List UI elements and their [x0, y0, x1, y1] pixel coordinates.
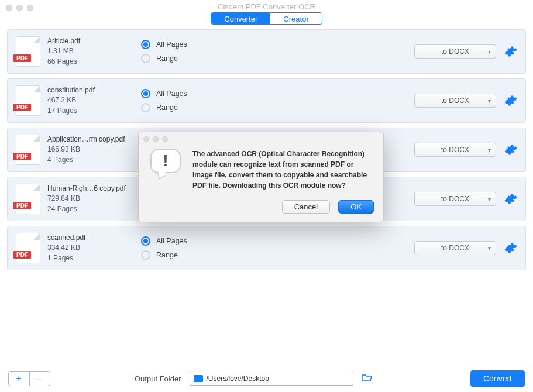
cancel-button[interactable]: Cancel — [282, 200, 330, 214]
remove-button[interactable]: – — [29, 372, 50, 386]
table-row: PDFscanned.pdf334.42 KB1 PagesAll PagesR… — [7, 226, 526, 270]
pdf-file-icon: PDF — [16, 184, 40, 214]
app-title: Cisdem PDF Converter OCR — [218, 2, 315, 11]
bottom-bar: + – Output Folder /Users/love/Desktop Co… — [0, 365, 533, 392]
output-format-dropdown[interactable]: to DOCX — [414, 44, 496, 59]
page-range-group: All PagesRange — [141, 40, 187, 63]
radio-icon — [141, 40, 150, 49]
file-meta: scanned.pdf334.42 KB1 Pages — [47, 233, 140, 263]
radio-label: All Pages — [156, 237, 187, 245]
radio-icon — [141, 89, 150, 98]
radio-icon — [141, 250, 150, 260]
pdf-badge: PDF — [13, 202, 31, 209]
file-pages: 17 Pages — [47, 106, 140, 116]
open-folder-icon[interactable] — [362, 373, 372, 384]
ok-button[interactable]: OK — [338, 200, 374, 214]
file-size: 467.2 KB — [47, 95, 140, 105]
pdf-file-icon: PDF — [16, 233, 40, 263]
radio-icon — [141, 103, 150, 112]
output-folder-path: /Users/love/Desktop — [207, 374, 269, 383]
radio-range[interactable]: Range — [141, 54, 187, 63]
output-folder-field[interactable]: /Users/love/Desktop — [190, 372, 353, 386]
gear-icon[interactable] — [504, 45, 517, 58]
file-pages: 24 Pages — [47, 204, 140, 214]
radio-all-pages[interactable]: All Pages — [141, 236, 187, 246]
file-pages: 4 Pages — [47, 155, 140, 165]
file-name: Application…rm copy.pdf — [47, 135, 140, 145]
alert-icon: ! — [150, 149, 182, 177]
radio-range[interactable]: Range — [141, 103, 187, 112]
page-range-group: All PagesRange — [141, 236, 187, 260]
file-meta: Ariticle.pdf1.31 MB66 Pages — [47, 36, 140, 67]
file-pages: 66 Pages — [47, 57, 140, 67]
tab-converter[interactable]: Converter — [211, 13, 270, 24]
tab-creator[interactable]: Creator — [270, 13, 321, 24]
convert-button[interactable]: Convert — [470, 370, 525, 387]
file-size: 729.84 KB — [47, 194, 140, 204]
dialog-message: The advanced OCR (Optical Character Reco… — [192, 149, 372, 191]
pdf-badge: PDF — [13, 54, 31, 62]
radio-icon — [141, 54, 150, 63]
radio-all-pages[interactable]: All Pages — [141, 89, 187, 98]
window-controls — [6, 5, 33, 11]
radio-range[interactable]: Range — [141, 250, 187, 260]
page-range-group: All PagesRange — [141, 89, 187, 112]
ocr-download-dialog: ! The advanced OCR (Optical Character Re… — [138, 132, 384, 222]
output-folder-label: Output Folder — [135, 374, 181, 383]
file-meta: Human-Righ…6 copy.pdf729.84 KB24 Pages — [47, 184, 140, 214]
radio-label: All Pages — [156, 40, 187, 49]
file-pages: 1 Pages — [47, 253, 140, 263]
output-format-dropdown[interactable]: to DOCX — [414, 241, 496, 255]
gear-icon[interactable] — [504, 143, 517, 156]
mode-tabs: Converter Creator — [211, 12, 322, 25]
radio-icon — [141, 236, 150, 246]
minimize-icon[interactable] — [16, 5, 23, 11]
output-format-dropdown[interactable]: to DOCX — [414, 94, 496, 108]
file-size: 1.31 MB — [47, 46, 140, 56]
pdf-badge: PDF — [13, 104, 31, 111]
titlebar: Cisdem PDF Converter OCR Converter Creat… — [0, 0, 533, 25]
close-icon[interactable] — [143, 136, 149, 142]
table-row: PDFAriticle.pdf1.31 MB66 PagesAll PagesR… — [7, 29, 526, 74]
file-size: 166.93 KB — [47, 145, 140, 154]
radio-all-pages[interactable]: All Pages — [141, 40, 187, 49]
minimize-icon[interactable] — [153, 136, 159, 142]
gear-icon[interactable] — [504, 192, 517, 205]
zoom-icon[interactable] — [162, 136, 168, 142]
file-meta: constitution.pdf467.2 KB17 Pages — [47, 85, 140, 116]
radio-label: Range — [156, 251, 178, 259]
close-icon[interactable] — [6, 5, 12, 11]
zoom-icon[interactable] — [27, 5, 33, 11]
pdf-file-icon: PDF — [16, 36, 40, 67]
radio-label: Range — [156, 54, 178, 63]
dialog-window-controls — [139, 132, 383, 146]
pdf-file-icon: PDF — [16, 135, 40, 165]
add-button[interactable]: + — [9, 372, 29, 386]
file-name: Ariticle.pdf — [47, 36, 140, 46]
folder-icon — [194, 375, 203, 382]
file-name: scanned.pdf — [47, 233, 140, 243]
file-name: Human-Righ…6 copy.pdf — [47, 184, 140, 194]
pdf-badge: PDF — [13, 153, 31, 160]
pdf-badge: PDF — [13, 251, 31, 259]
table-row: PDFconstitution.pdf467.2 KB17 PagesAll P… — [7, 78, 526, 123]
radio-label: All Pages — [156, 90, 187, 98]
output-format-dropdown[interactable]: to DOCX — [414, 192, 496, 206]
gear-icon[interactable] — [504, 94, 517, 107]
file-meta: Application…rm copy.pdf166.93 KB4 Pages — [47, 135, 140, 165]
pdf-file-icon: PDF — [16, 85, 40, 116]
gear-icon[interactable] — [504, 242, 517, 255]
add-remove-stepper: + – — [8, 371, 50, 386]
file-size: 334.42 KB — [47, 243, 140, 253]
output-format-dropdown[interactable]: to DOCX — [414, 143, 496, 157]
file-name: constitution.pdf — [47, 85, 140, 95]
radio-label: Range — [156, 104, 178, 112]
